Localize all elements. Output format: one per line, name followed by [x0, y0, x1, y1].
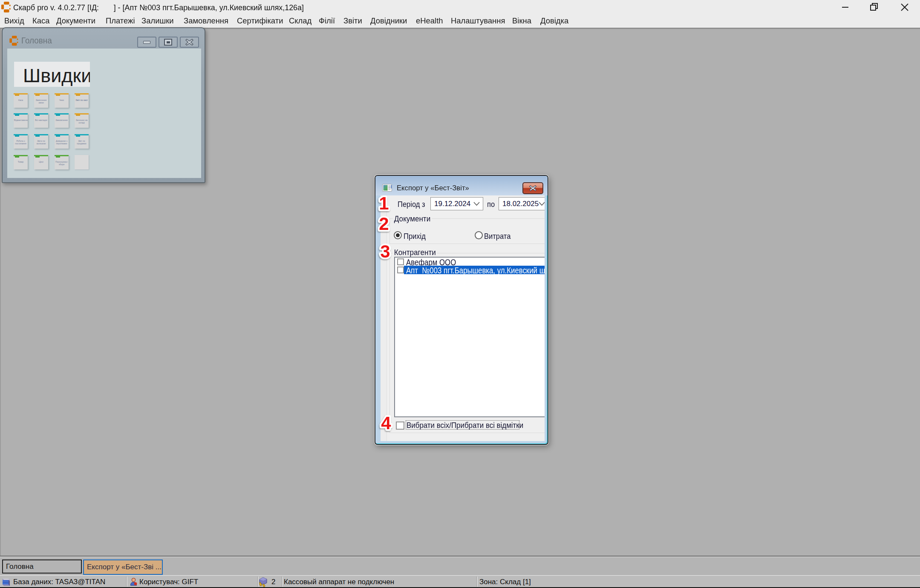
svg-text:1: 1 [379, 193, 389, 213]
svg-text:3: 3 [380, 241, 390, 261]
svg-text:4: 4 [381, 413, 391, 433]
svg-text:2: 2 [379, 214, 389, 234]
